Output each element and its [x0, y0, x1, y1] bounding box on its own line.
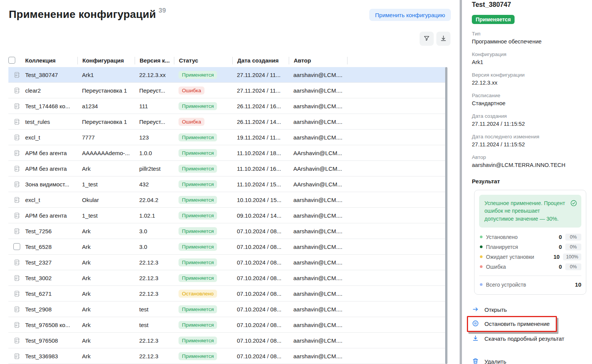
cell-configuration: Ark1: [77, 72, 135, 78]
cell-author: aarshavin@LCM....: [289, 119, 347, 125]
legend-label: Планируется: [486, 244, 559, 250]
field-label: Дата создания: [472, 113, 586, 119]
status-badge: Применяется: [179, 212, 217, 220]
table-row[interactable]: excl_t 7777 123 Применяется 19.11.2024 /…: [8, 130, 446, 145]
table-row[interactable]: Test_6528 Ark 3.0 Применяется 07.10.2024…: [8, 239, 446, 255]
table-row[interactable]: excl_t Okular 22.04.2 Применяется 10.10.…: [8, 192, 446, 208]
table-scrollbar[interactable]: [445, 67, 447, 364]
cell-collection: Test_6271: [25, 290, 77, 297]
column-header-configuration[interactable]: Конфигурация: [77, 57, 135, 64]
collection-icon: [13, 274, 21, 282]
cell-configuration: 7777: [77, 134, 135, 141]
panel-status-badge: Применяется: [472, 15, 515, 24]
legend-percent: 0%: [565, 263, 581, 270]
cell-version: 22.12.3: [135, 290, 174, 297]
panel-fields: Тип Программное обеспечение Конфигурация…: [472, 31, 586, 168]
table-row[interactable]: Test_976508 ко... Ark test Применяется 0…: [8, 317, 446, 333]
cell-version: 22.12.3: [135, 353, 174, 359]
download-result-action-label: Скачать подробный результат: [484, 335, 564, 342]
column-header-collection[interactable]: Коллекция: [25, 57, 77, 64]
table-row[interactable]: АРМ без агента 1_test 1.02.1 Применяется…: [8, 208, 446, 223]
total-count: 10: [575, 281, 581, 288]
table-row[interactable]: АРМ без агента AAAAAAAdemo-... 1.0.0 При…: [8, 145, 446, 161]
delete-action[interactable]: Удалить: [472, 356, 586, 364]
cell-version: 22.12.3: [135, 275, 174, 281]
cell-collection: АРМ без агента: [25, 150, 77, 156]
table-row[interactable]: clear2 Переустановка 1 Переуст... Ошибка…: [8, 83, 446, 98]
cell-version: test: [135, 322, 174, 328]
field-value: 22.12.3.xx: [472, 80, 586, 86]
column-header-status[interactable]: Статус: [174, 57, 232, 64]
cell-collection: Test_174468 ко...: [25, 103, 77, 109]
status-badge: Применяется: [179, 71, 217, 79]
status-badge: Ошибка: [179, 118, 204, 126]
cell-collection: excl_t: [25, 134, 77, 141]
success-message: Успешное применение. Процент ошибок не п…: [484, 199, 567, 223]
cell-created: 26.11.2024 / 16...: [232, 103, 289, 109]
cell-collection: АРМ без агента: [25, 165, 77, 172]
table-row[interactable]: Test_174468 ко... a1234 111 Применяется …: [8, 98, 446, 114]
status-badge: Применяется: [179, 149, 217, 157]
cell-author: aarshavin@LCM....: [289, 322, 347, 328]
check-circle-icon: [570, 199, 578, 223]
collection-icon: [13, 321, 21, 329]
collection-icon: [13, 337, 21, 344]
app: Применение конфигураций39 Применить конф…: [0, 0, 592, 364]
legend-row: Планируется 0 0%: [479, 242, 581, 252]
cell-author: AArshavin@LCM...: [289, 150, 347, 156]
cell-version: 432: [135, 181, 174, 188]
table-body: Test_380747 Ark1 22.12.3.xx Применяется …: [8, 67, 446, 364]
filter-button[interactable]: [420, 32, 434, 46]
export-button[interactable]: [436, 32, 450, 46]
table-row[interactable]: Test_3002 Ark 22.12.3 Применяется 07.10.…: [8, 270, 446, 286]
table-row[interactable]: Test_6271 Ark 22.12.3 Остановлено 07.10.…: [8, 286, 446, 301]
row-checkbox[interactable]: [13, 243, 20, 250]
download-result-action[interactable]: Скачать подробный результат: [472, 334, 586, 344]
select-all-checkbox[interactable]: [8, 57, 15, 64]
cell-collection: Test_2327: [25, 259, 77, 266]
column-header-author[interactable]: Автор: [289, 57, 347, 64]
cell-configuration: Ark: [77, 244, 135, 250]
table-row[interactable]: Test_976508 Ark 22.12.3 Применяется 07.1…: [8, 333, 446, 348]
panel-title: Test_380747: [472, 1, 586, 9]
cell-created: 07.10.2024 / 08...: [232, 322, 289, 328]
table-row[interactable]: test_rules Переустановка 1 Переуст... Ош…: [8, 114, 446, 130]
cell-created: 11.10.2024 / 16...: [232, 165, 289, 172]
collection-icon: [13, 228, 21, 235]
field-value: Программное обеспечение: [472, 38, 586, 45]
table-row[interactable]: Test_336983 Ark 22.12.3 Применяется 07.1…: [8, 348, 446, 364]
open-action[interactable]: Открыть: [472, 305, 586, 315]
field-label: Конфигурация: [472, 51, 586, 57]
cell-created: 07.10.2024 / 08...: [232, 353, 289, 359]
cell-version: Переуст...: [135, 119, 174, 125]
table-row[interactable]: Test_380747 Ark1 22.12.3.xx Применяется …: [8, 67, 446, 83]
legend-dot: [480, 236, 483, 238]
cell-collection: Test_976508: [25, 337, 77, 344]
table-row[interactable]: Зона видимост... 1_test 432 Применяется …: [8, 176, 446, 192]
cell-collection: Test_3002: [25, 275, 77, 281]
collection-icon: [13, 71, 21, 79]
total-dot: [480, 283, 483, 286]
cell-author: aarshavin@LCM....: [289, 275, 347, 281]
details-panel: Test_380747 Применяется Тип Программное …: [462, 0, 592, 364]
stop-apply-action[interactable]: Остановить применение: [472, 319, 550, 329]
legend-row: Установлено 0 0%: [479, 232, 581, 242]
cell-version: 22.04.2: [135, 197, 174, 203]
cell-version: 1.02.1: [135, 212, 174, 219]
column-header-version[interactable]: Версия к...: [135, 57, 174, 64]
table-row[interactable]: Test_2327 Ark 22.12.3 Применяется 07.10.…: [8, 255, 446, 270]
table-row[interactable]: Test_7256 Ark 3.0 Применяется 07.10.2024…: [8, 223, 446, 239]
cell-collection: excl_t: [25, 197, 77, 203]
collection-icon: [13, 103, 21, 110]
cell-created: 19.11.2024 / 11...: [232, 134, 289, 141]
cell-author: aarshavin@LCM....: [289, 290, 347, 297]
apply-configuration-button[interactable]: Применить конфигурацию: [369, 9, 451, 21]
cell-configuration: Ark: [77, 275, 135, 281]
table-row[interactable]: АРМ без агента Ark pillr2test Применяетс…: [8, 161, 446, 176]
cell-configuration: Ark: [77, 322, 135, 328]
legend-count: 0: [559, 234, 562, 240]
table-row[interactable]: Test_2908 Ark test Применяется 07.10.202…: [8, 301, 446, 317]
main-content: Применение конфигураций39 Применить конф…: [0, 0, 460, 364]
cell-created: 11.10.2024 / 18...: [232, 150, 289, 156]
column-header-created[interactable]: Дата создания: [232, 57, 289, 64]
